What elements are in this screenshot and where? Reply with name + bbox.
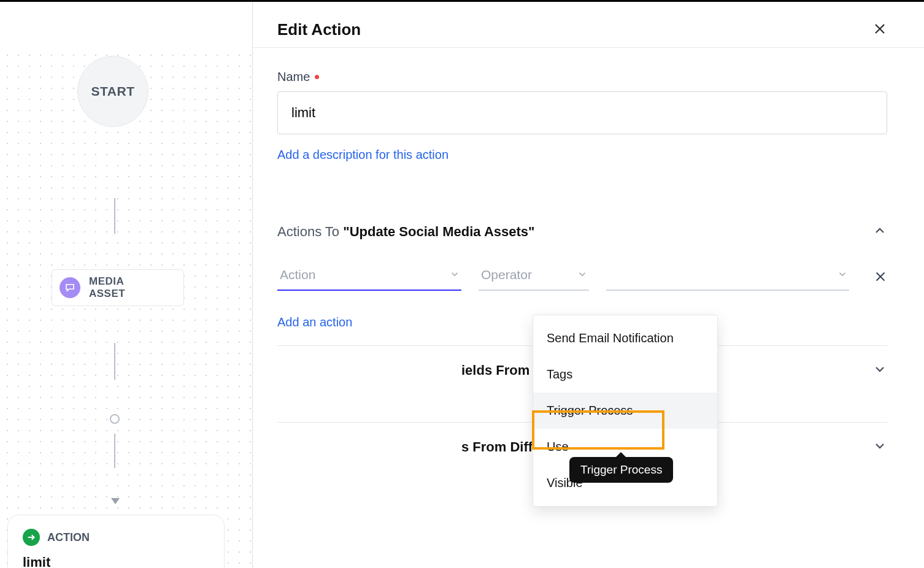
actions-section-1: Actions To "Update Social Media Assets"	[277, 223, 887, 329]
pane-title: Edit Action	[277, 20, 361, 39]
connector-line	[114, 198, 115, 234]
value-select[interactable]	[606, 261, 849, 291]
chevron-down-icon	[872, 362, 887, 379]
action-node[interactable]: ACTION limit	[7, 515, 225, 568]
action-node-type: ACTION	[47, 531, 90, 544]
chevron-up-icon	[872, 223, 887, 240]
dropdown-item[interactable]: Tags	[533, 356, 717, 393]
operator-select-input[interactable]	[479, 261, 589, 291]
dropdown-item[interactable]: Trigger Process	[533, 393, 717, 429]
add-description-link[interactable]: Add a description for this action	[277, 148, 449, 162]
name-label: Name	[277, 70, 887, 84]
start-node[interactable]: START	[77, 56, 148, 127]
arrow-right-circle-icon	[23, 529, 40, 546]
canvas-dots	[0, 48, 252, 568]
app-root: START MEDIA ASSET ACTION limit	[0, 0, 924, 568]
tooltip: Trigger Process	[569, 457, 673, 483]
start-label: START	[91, 84, 135, 99]
connector-line	[114, 434, 115, 468]
pane-header: Edit Action	[277, 20, 887, 53]
close-button[interactable]	[872, 21, 887, 39]
action-node-name: limit	[23, 555, 209, 568]
media-node-label: MEDIA ASSET	[89, 275, 125, 301]
action-select-input[interactable]	[277, 261, 461, 291]
value-select-input[interactable]	[606, 261, 849, 291]
action-select[interactable]	[277, 261, 461, 291]
action-node-header: ACTION	[23, 529, 209, 546]
name-input[interactable]	[277, 91, 887, 134]
chevron-down-icon	[577, 269, 588, 282]
chevron-down-icon	[872, 439, 887, 456]
workflow-canvas[interactable]: START MEDIA ASSET ACTION limit	[0, 2, 253, 568]
operator-select[interactable]	[479, 261, 589, 291]
required-dot-icon	[315, 75, 319, 79]
arrowhead-icon	[111, 498, 120, 504]
section-header[interactable]: Actions To "Update Social Media Assets"	[277, 223, 887, 240]
remove-row-button[interactable]	[874, 270, 887, 291]
section-title-quoted: "Update Social Media Assets"	[343, 224, 534, 239]
edit-action-pane: Edit Action Name Add a description for t…	[253, 2, 924, 568]
action-row	[277, 261, 887, 291]
chevron-down-icon	[449, 269, 460, 282]
connector-handle[interactable]	[110, 414, 120, 424]
connector-line	[114, 343, 115, 380]
media-asset-node[interactable]: MEDIA ASSET	[52, 269, 184, 306]
section-title-prefix: Actions To	[277, 224, 343, 239]
chat-icon	[60, 277, 80, 298]
chevron-down-icon	[837, 269, 848, 282]
dropdown-item[interactable]: Send Email Notification	[533, 320, 717, 356]
